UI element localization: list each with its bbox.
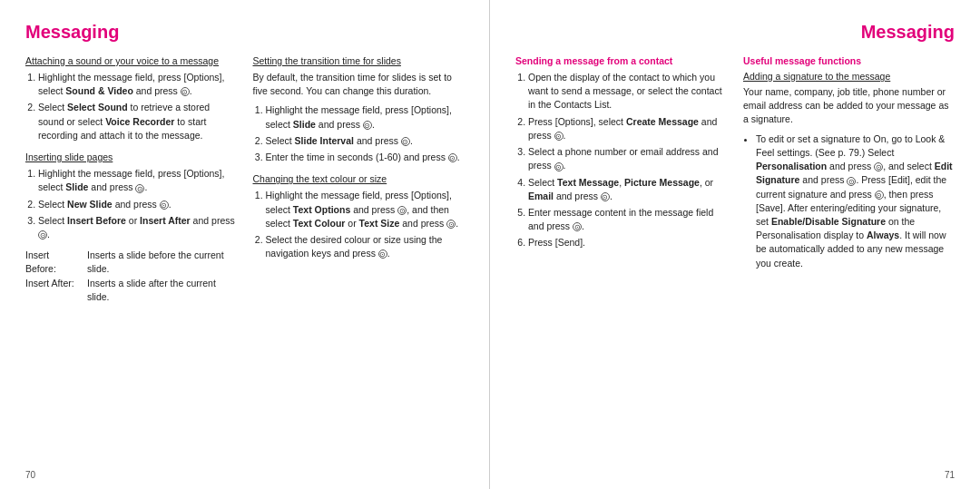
list-item: Select New Slide and press ⊙. <box>38 198 237 211</box>
section-signature-heading: Adding a signature to the message <box>743 71 955 82</box>
section-attach-sound-heading: Attaching a sound or your voice to a mes… <box>25 55 237 66</box>
right-col2: Useful message functions Adding a signat… <box>743 55 955 279</box>
section-useful-heading: Useful message functions <box>743 55 955 66</box>
right-page-title: Messaging <box>515 22 955 43</box>
list-item: Select Text Message, Picture Message, or… <box>528 176 727 203</box>
list-item: Enter the time in seconds (1-60) and pre… <box>266 151 465 164</box>
insert-table: Insert Before: Inserts a slide before th… <box>25 249 237 304</box>
send-contact-steps: Open the display of the contact to which… <box>515 71 727 250</box>
transition-steps: Highlight the message field, press [Opti… <box>253 103 465 164</box>
list-item: Highlight the message field, press [Opti… <box>266 103 465 131</box>
list-item: Highlight the message field, press [Opti… <box>38 71 237 98</box>
text-colour-steps: Highlight the message field, press [Opti… <box>253 189 465 260</box>
list-item: Open the display of the contact to which… <box>528 71 727 112</box>
right-page-columns: Sending a message from a contact Open th… <box>515 55 955 279</box>
section-insert-slides: Inserting slide pages Highlight the mess… <box>25 152 237 304</box>
right-col1: Sending a message from a contact Open th… <box>515 55 727 279</box>
list-item: Press [Send]. <box>528 236 727 249</box>
insert-slides-steps: Highlight the message field, press [Opti… <box>25 167 237 241</box>
section-useful-functions: Useful message functions Adding a signat… <box>743 55 955 270</box>
section-attach-sound: Attaching a sound or your voice to a mes… <box>25 55 237 142</box>
left-page-columns: Attaching a sound or your voice to a mes… <box>25 55 464 313</box>
insert-before-text: Inserts a slide before the current slide… <box>87 249 237 276</box>
section-send-contact: Sending a message from a contact Open th… <box>515 55 727 250</box>
section-insert-slides-heading: Inserting slide pages <box>25 152 237 162</box>
list-item: Highlight the message field, press [Opti… <box>266 189 465 230</box>
left-page-title: Messaging <box>25 22 464 43</box>
section-text-colour: Changing the text colour or size Highlig… <box>253 173 465 260</box>
section-transition-time: Setting the transition time for slides B… <box>253 55 465 164</box>
list-item: Select Insert Before or Insert After and… <box>38 214 237 241</box>
insert-before-label: Insert Before: <box>25 249 82 276</box>
list-item: Enter message content in the message fie… <box>528 206 727 233</box>
insert-after-text: Inserts a slide after the current slide. <box>87 277 237 304</box>
insert-after-row: Insert After: Inserts a slide after the … <box>25 277 237 304</box>
attach-sound-steps: Highlight the message field, press [Opti… <box>25 71 237 142</box>
insert-after-label: Insert After: <box>25 277 82 304</box>
list-item: Select a phone number or email address a… <box>528 145 727 172</box>
list-item: Select Select Sound to retrieve a stored… <box>38 101 237 142</box>
page-container: Messaging Attaching a sound or your voic… <box>0 0 980 489</box>
list-item: Select Slide Interval and press ⊙. <box>266 134 465 148</box>
left-col1: Attaching a sound or your voice to a mes… <box>25 55 237 313</box>
list-item: Highlight the message field, press [Opti… <box>38 167 237 194</box>
right-page: Messaging Sending a message from a conta… <box>490 0 980 489</box>
section-text-colour-heading: Changing the text colour or size <box>253 173 465 184</box>
left-page-number: 70 <box>25 470 35 480</box>
left-page: Messaging Attaching a sound or your voic… <box>0 0 490 489</box>
right-page-number: 71 <box>945 470 955 480</box>
section-send-contact-heading: Sending a message from a contact <box>515 55 727 66</box>
insert-before-row: Insert Before: Inserts a slide before th… <box>25 249 237 276</box>
left-col2: Setting the transition time for slides B… <box>253 55 465 313</box>
list-item: To edit or set a signature to On, go to … <box>756 132 955 270</box>
signature-intro: Your name, company, job title, phone num… <box>743 85 955 127</box>
list-item: Select the desired colour or size using … <box>266 233 465 260</box>
transition-intro: By default, the transition time for slid… <box>253 71 465 98</box>
signature-bullets: To edit or set a signature to On, go to … <box>743 132 955 270</box>
section-transition-heading: Setting the transition time for slides <box>253 55 465 66</box>
list-item: Press [Options], select Create Message a… <box>528 115 727 142</box>
